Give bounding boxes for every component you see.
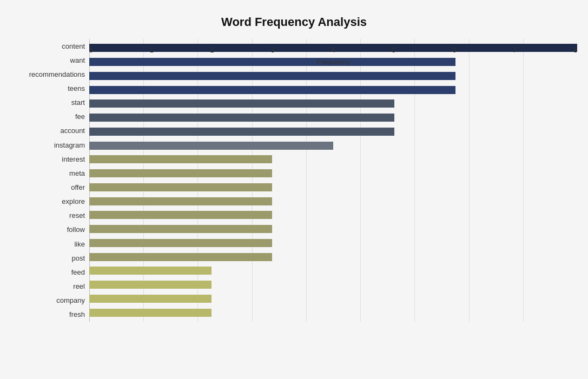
x-tick: 2 <box>210 46 214 54</box>
bar <box>89 281 212 289</box>
bar <box>89 295 212 303</box>
y-label: fee <box>11 113 89 120</box>
bar-row <box>89 111 577 125</box>
y-label: post <box>11 255 89 262</box>
bar-row <box>89 83 577 97</box>
bar-row <box>89 138 577 152</box>
bar <box>89 183 272 191</box>
bar <box>89 211 272 219</box>
bar <box>89 114 394 122</box>
x-axis-label: Frequency <box>89 58 577 66</box>
bar <box>89 86 455 94</box>
y-label: content <box>11 43 89 50</box>
x-ticks: 012345678 <box>89 46 577 54</box>
y-label: teens <box>11 85 89 92</box>
y-label: reset <box>11 212 89 219</box>
y-axis-labels: contentwantrecommendationsteensstartfeea… <box>11 39 89 337</box>
y-label: want <box>11 57 89 64</box>
y-label: interest <box>11 156 89 163</box>
y-label: company <box>11 297 89 304</box>
bar-row <box>89 236 577 250</box>
bar-row <box>89 222 577 236</box>
bar-row <box>89 264 577 278</box>
bar-row <box>89 69 577 83</box>
x-tick: 4 <box>332 46 335 54</box>
x-tick: 1 <box>150 46 154 54</box>
chart-right: 012345678 Frequency <box>89 39 577 337</box>
chart-title: Word Frequency Analysis <box>11 11 577 29</box>
x-tick: 3 <box>271 46 275 54</box>
bars-area: 012345678 Frequency <box>89 39 577 337</box>
bar-row <box>89 292 577 306</box>
bar <box>89 169 272 177</box>
y-label: reel <box>11 283 89 290</box>
bar-row <box>89 167 577 181</box>
bar-row <box>89 97 577 111</box>
bar <box>89 253 272 261</box>
bar-row <box>89 278 577 292</box>
bar <box>89 239 272 247</box>
y-label: feed <box>11 269 89 276</box>
x-tick: 5 <box>392 46 396 54</box>
x-axis: 012345678 Frequency <box>89 39 577 54</box>
bar <box>89 225 272 233</box>
bar-row <box>89 125 577 139</box>
chart-area: contentwantrecommendationsteensstartfeea… <box>11 39 577 337</box>
y-label: meta <box>11 170 89 177</box>
bar <box>89 155 272 163</box>
y-label: offer <box>11 184 89 191</box>
y-label: recommendations <box>11 71 89 78</box>
y-label: account <box>11 127 89 134</box>
bar-row <box>89 250 577 264</box>
y-label: instagram <box>11 142 89 149</box>
y-label: start <box>11 99 89 106</box>
bar-row <box>89 305 577 320</box>
y-label: explore <box>11 198 89 205</box>
bar <box>89 309 212 317</box>
y-label: follow <box>11 226 89 233</box>
y-label: fresh <box>11 311 89 318</box>
bar <box>89 72 455 80</box>
bars-wrapper <box>89 39 577 322</box>
x-tick: 0 <box>89 46 93 54</box>
bar <box>89 128 394 136</box>
bar <box>89 267 212 275</box>
bar-row <box>89 208 577 222</box>
bar-row <box>89 152 577 167</box>
bar-row <box>89 181 577 195</box>
bar <box>89 142 333 150</box>
chart-container: Word Frequency Analysis contentwantrecom… <box>0 0 588 379</box>
x-tick: 8 <box>573 46 577 54</box>
y-label: like <box>11 241 89 248</box>
bar <box>89 197 272 205</box>
x-tick: 6 <box>452 46 456 54</box>
bar <box>89 99 394 108</box>
x-tick: 7 <box>513 46 517 54</box>
bar-row <box>89 194 577 208</box>
